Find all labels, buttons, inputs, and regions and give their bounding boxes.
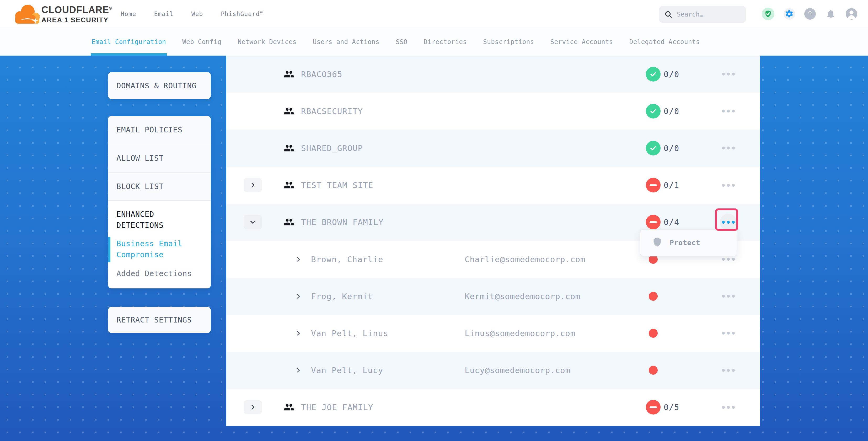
search-box xyxy=(659,6,746,23)
table-row: SHARED_GROUP 0/0 xyxy=(226,129,760,166)
sidebar-policies-card: EMAIL POLICIES ALLOW LIST BLOCK LIST ENH… xyxy=(108,116,211,288)
minus-shape xyxy=(650,221,657,223)
member-chevron-icon xyxy=(295,367,301,373)
tab-web-config[interactable]: Web Config xyxy=(182,28,222,56)
row-menu-button[interactable] xyxy=(720,140,737,157)
tab-bar: Email Configuration Web Config Network D… xyxy=(0,28,868,56)
member-chevron-icon xyxy=(295,293,301,300)
help-icon[interactable] xyxy=(804,8,816,20)
row-name: Brown, Charlie xyxy=(311,255,383,264)
sidebar-item-business-email-compromise[interactable]: Business Email Compromise xyxy=(108,238,211,260)
row-name: SHARED_GROUP xyxy=(301,144,363,153)
sidebar-item-retract-settings[interactable]: RETRACT SETTINGS xyxy=(108,307,211,333)
notifications-bell-icon[interactable] xyxy=(825,8,837,20)
tab-directories[interactable]: Directories xyxy=(424,28,467,56)
member-chevron-icon xyxy=(295,330,301,336)
account-icon[interactable] xyxy=(846,8,857,20)
shield-check-icon[interactable] xyxy=(762,8,774,20)
tab-users-and-actions[interactable]: Users and Actions xyxy=(313,28,379,56)
group-icon xyxy=(283,143,294,154)
expander-button[interactable] xyxy=(244,178,262,192)
row-email: Linus@somedemocorp.com xyxy=(465,328,575,338)
sidebar-item-email-policies[interactable]: EMAIL POLICIES xyxy=(108,116,211,144)
nav-link-web[interactable]: Web xyxy=(191,10,203,17)
settings-gear-icon[interactable] xyxy=(783,8,795,20)
row-menu-button[interactable] xyxy=(720,288,737,305)
table-row: Frog, Kermit Kermit@somedemocorp.com xyxy=(226,278,760,315)
sidebar-item-domains-routing[interactable]: DOMAINS & ROUTING xyxy=(108,72,211,99)
row-email: Lucy@somedemocorp.com xyxy=(465,366,570,375)
status-dot xyxy=(646,326,660,341)
primary-nav: Home Email Web PhishGuard™ xyxy=(121,0,264,28)
app-background: CLOUDFLARE® AREA 1 SECURITY Home Email W… xyxy=(0,0,868,441)
table-row: RBACO365 0/0 xyxy=(226,56,760,93)
row-menu-button[interactable] xyxy=(720,66,737,83)
table-row: RBACSECURITY 0/0 xyxy=(226,93,760,129)
row-count: 0/5 xyxy=(664,403,679,412)
row-name: THE BROWN FAMILY xyxy=(301,217,384,227)
brand-subtitle: AREA 1 SECURITY xyxy=(41,16,112,24)
row-name: Van Pelt, Lucy xyxy=(311,366,383,375)
row-count: 0/4 xyxy=(664,218,679,227)
row-email: Charlie@somedemocorp.com xyxy=(465,255,585,264)
member-chevron-icon xyxy=(295,256,301,262)
tab-subscriptions[interactable]: Subscriptions xyxy=(483,28,534,56)
row-menu-button[interactable] xyxy=(720,177,737,193)
status-ok-icon xyxy=(646,141,660,155)
domains-routing-label: DOMAINS & ROUTING xyxy=(108,81,211,90)
shield-icon xyxy=(652,237,662,249)
brand-text: CLOUDFLARE® AREA 1 SECURITY xyxy=(41,3,112,24)
row-menu-button[interactable] xyxy=(720,399,737,416)
row-name: Van Pelt, Linus xyxy=(311,328,389,338)
row-name: RBACO365 xyxy=(301,69,342,79)
table-row: Van Pelt, Linus Linus@somedemocorp.com xyxy=(226,315,760,352)
account-body-shape xyxy=(848,15,855,20)
group-icon xyxy=(283,402,294,413)
tab-service-accounts[interactable]: Service Accounts xyxy=(551,28,613,56)
status-dot xyxy=(646,289,660,304)
status-blocked-icon xyxy=(646,215,660,229)
header-icons xyxy=(762,0,857,28)
tab-delegated-accounts[interactable]: Delegated Accounts xyxy=(629,28,700,56)
group-icon xyxy=(283,180,294,191)
sidebar-item-enhanced-detections[interactable]: ENHANCED DETECTIONS xyxy=(108,209,211,231)
sidebar-item-added-detections[interactable]: Added Detections xyxy=(108,268,211,279)
row-menu-button[interactable] xyxy=(720,214,737,230)
tab-email-configuration[interactable]: Email Configuration xyxy=(92,28,166,56)
brand-registered-mark: ® xyxy=(109,6,112,10)
row-name: Frog, Kermit xyxy=(311,291,373,301)
status-ok-icon xyxy=(646,67,660,82)
search-input[interactable] xyxy=(677,11,740,18)
protect-menu: Protect xyxy=(640,229,737,256)
row-name: TEST TEAM SITE xyxy=(301,180,373,190)
row-menu-button[interactable] xyxy=(720,362,737,379)
row-menu-button[interactable] xyxy=(720,103,737,120)
row-name: THE JOE FAMILY xyxy=(301,403,373,412)
tab-network-devices[interactable]: Network Devices xyxy=(238,28,297,56)
nav-link-phishguard[interactable]: PhishGuard™ xyxy=(221,10,264,17)
nav-link-home[interactable]: Home xyxy=(121,10,136,17)
sidebar-item-block-list[interactable]: BLOCK LIST xyxy=(108,172,211,201)
table-row: Van Pelt, Lucy Lucy@somedemocorp.com xyxy=(226,352,760,389)
status-blocked-icon xyxy=(646,178,660,192)
sidebar-item-allow-list[interactable]: ALLOW LIST xyxy=(108,144,211,172)
expander-button[interactable] xyxy=(244,215,262,229)
brand-title: CLOUDFLARE xyxy=(41,4,109,15)
table-row: TEST TEAM SITE 0/1 xyxy=(226,167,760,204)
sidebar-group-enhanced-detections: ENHANCED DETECTIONS Business Email Compr… xyxy=(108,201,211,288)
group-icon xyxy=(283,69,294,80)
table-row: THE JOE FAMILY 0/5 xyxy=(226,389,760,426)
status-blocked-icon xyxy=(646,400,660,414)
protect-menu-item[interactable]: Protect xyxy=(640,237,737,249)
row-menu-button[interactable] xyxy=(720,325,737,342)
account-head-shape xyxy=(850,10,854,14)
nav-link-email[interactable]: Email xyxy=(154,10,173,17)
tab-sso[interactable]: SSO xyxy=(396,28,407,56)
group-icon xyxy=(283,106,294,117)
retract-settings-label: RETRACT SETTINGS xyxy=(108,315,211,324)
expander-button[interactable] xyxy=(244,400,262,414)
row-name: RBACSECURITY xyxy=(301,106,363,116)
row-count: 0/0 xyxy=(664,106,679,116)
status-ok-icon xyxy=(646,104,660,119)
minus-shape xyxy=(650,406,657,408)
